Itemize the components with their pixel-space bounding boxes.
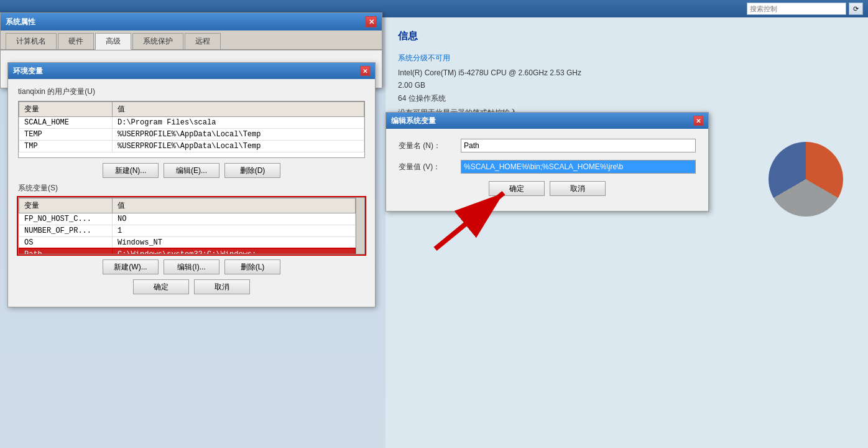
system-props-title: 系统属性 bbox=[6, 17, 35, 27]
user-vars-label: tianqixin 的用户变量(U) bbox=[18, 86, 365, 97]
env-vars-body: tianqixin 的用户变量(U) 变量 值 SCALA_HOME D:\Pr… bbox=[8, 79, 375, 307]
user-col-val: 值 bbox=[113, 102, 364, 117]
var-name: SCALA_HOME bbox=[19, 117, 113, 129]
var-name: OS bbox=[19, 237, 113, 249]
var-value-row: 变量值 (V)： bbox=[399, 160, 696, 174]
var-value: Windows_NT bbox=[113, 237, 356, 249]
var-name: TEMP bbox=[19, 129, 113, 141]
sys-edit-button[interactable]: 编辑(I)... bbox=[164, 259, 219, 274]
tab-remote[interactable]: 远程 bbox=[185, 33, 221, 49]
sys-col-var: 变量 bbox=[19, 198, 113, 213]
cpu-info: Intel(R) Core(TM) i5-4278U CPU @ 2.60GHz… bbox=[398, 68, 856, 77]
sys-vars-table: 变量 值 FP_NO_HOST_C... NO NUMBER bbox=[19, 198, 356, 254]
user-vars-buttons: 新建(N)... 编辑(E)... 删除(D) bbox=[18, 163, 365, 178]
search-bar: ⟳ bbox=[747, 2, 863, 15]
var-name-path: Path bbox=[19, 249, 113, 254]
var-value: 1 bbox=[113, 225, 356, 237]
table-row-selected[interactable]: Path C:\Windows\system32;C:\Windows;... bbox=[19, 249, 356, 254]
tab-computer-name[interactable]: 计算机名 bbox=[6, 33, 57, 49]
info-panel: 信息 系统分级不可用 Intel(R) Core(TM) i5-4278U CP… bbox=[386, 17, 868, 448]
dialog-edit-var: 编辑系统变量 ✕ 变量名 (N)： 变量值 (V)： 确定 取消 bbox=[386, 112, 709, 212]
tab-system-protection[interactable]: 系统保护 bbox=[132, 33, 183, 49]
var-name-label: 变量名 (N)： bbox=[399, 141, 461, 151]
user-new-button[interactable]: 新建(N)... bbox=[103, 163, 159, 178]
var-name: NUMBER_OF_PR... bbox=[19, 225, 113, 237]
tab-hardware[interactable]: 硬件 bbox=[58, 33, 94, 49]
var-value-path: C:\Windows\system32;C:\Windows;... bbox=[113, 249, 356, 254]
var-name-row: 变量名 (N)： bbox=[399, 139, 696, 152]
env-cancel-button[interactable]: 取消 bbox=[194, 279, 250, 294]
env-vars-title: 环境变量 bbox=[13, 66, 43, 77]
user-delete-button[interactable]: 删除(D) bbox=[224, 163, 280, 178]
var-value: NO bbox=[113, 213, 356, 225]
table-row[interactable]: SCALA_HOME D:\Program Files\scala bbox=[19, 117, 364, 129]
env-ok-button[interactable]: 确定 bbox=[133, 279, 189, 294]
edit-var-body: 变量名 (N)： 变量值 (V)： 确定 取消 bbox=[386, 129, 708, 211]
edit-var-buttons: 确定 取消 bbox=[399, 181, 696, 196]
edit-cancel-button[interactable]: 取消 bbox=[550, 181, 606, 196]
sys-delete-button[interactable]: 删除(L) bbox=[224, 259, 280, 274]
edit-ok-button[interactable]: 确定 bbox=[489, 181, 545, 196]
sys-new-button[interactable]: 新建(W)... bbox=[103, 259, 159, 274]
var-name: FP_NO_HOST_C... bbox=[19, 213, 113, 225]
var-value: D:\Program Files\scala bbox=[113, 117, 364, 129]
var-value: %USERPROFILE%\AppData\Local\Temp bbox=[113, 129, 364, 141]
edit-var-titlebar: 编辑系统变量 ✕ bbox=[386, 113, 708, 129]
env-vars-close-button[interactable]: ✕ bbox=[360, 66, 370, 76]
sys-vars-label: 系统变量(S) bbox=[18, 183, 365, 194]
system-props-titlebar: 系统属性 ✕ bbox=[1, 13, 382, 30]
user-edit-button[interactable]: 编辑(E)... bbox=[164, 163, 219, 178]
user-col-var: 变量 bbox=[19, 102, 113, 117]
ram-info: 2.00 GB bbox=[398, 81, 856, 90]
table-row[interactable]: FP_NO_HOST_C... NO bbox=[19, 213, 356, 225]
search-input[interactable] bbox=[747, 2, 846, 15]
var-name-input[interactable] bbox=[461, 139, 696, 152]
table-row[interactable]: OS Windows_NT bbox=[19, 237, 356, 249]
os-type-info: 64 位操作系统 bbox=[398, 93, 856, 104]
sys-col-val: 值 bbox=[113, 198, 356, 213]
var-value-label: 变量值 (V)： bbox=[399, 162, 461, 172]
var-value: %USERPROFILE%\AppData\Local\Temp bbox=[113, 141, 364, 152]
var-name: TMP bbox=[19, 141, 113, 152]
system-props-close-button[interactable]: ✕ bbox=[366, 16, 377, 27]
logo-circle bbox=[769, 142, 843, 217]
user-vars-table: 变量 值 SCALA_HOME D:\Program Files\scala T… bbox=[19, 101, 364, 152]
tab-advanced[interactable]: 高级 bbox=[95, 33, 131, 50]
user-vars-section: tianqixin 的用户变量(U) 变量 值 SCALA_HOME D:\Pr… bbox=[18, 86, 365, 178]
info-title: 信息 bbox=[398, 30, 856, 43]
table-row[interactable]: NUMBER_OF_PR... 1 bbox=[19, 225, 356, 237]
sys-vars-section: 系统变量(S) 变量 值 bbox=[18, 183, 365, 274]
edit-var-title: 编辑系统变量 bbox=[391, 116, 436, 126]
table-row[interactable]: TMP %USERPROFILE%\AppData\Local\Temp bbox=[19, 141, 364, 152]
dialog-env-vars: 环境变量 ✕ tianqixin 的用户变量(U) 变量 值 SCALA_HOM… bbox=[7, 62, 376, 307]
edit-var-close-button[interactable]: ✕ bbox=[693, 116, 703, 126]
table-row[interactable]: TEMP %USERPROFILE%\AppData\Local\Temp bbox=[19, 129, 364, 141]
search-button[interactable]: ⟳ bbox=[849, 2, 863, 15]
var-value-input[interactable] bbox=[461, 160, 696, 174]
scrollbar-vertical[interactable] bbox=[356, 198, 364, 254]
env-bottom-buttons: 确定 取消 bbox=[18, 279, 365, 294]
system-rating-link[interactable]: 系统分级不可用 bbox=[398, 53, 856, 63]
env-vars-titlebar: 环境变量 ✕ bbox=[8, 63, 375, 79]
system-props-tabs: 计算机名 硬件 高级 系统保护 远程 bbox=[1, 30, 382, 50]
sys-vars-buttons: 新建(W)... 编辑(I)... 删除(L) bbox=[18, 259, 365, 274]
